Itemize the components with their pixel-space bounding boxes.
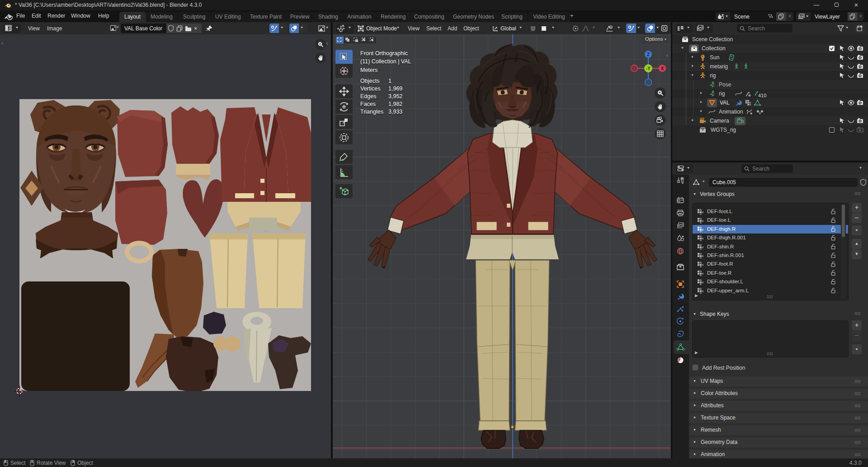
svg-text:X: X	[661, 66, 664, 71]
svg-text:Z: Z	[647, 52, 650, 57]
svg-text:-Y: -Y	[646, 66, 651, 71]
